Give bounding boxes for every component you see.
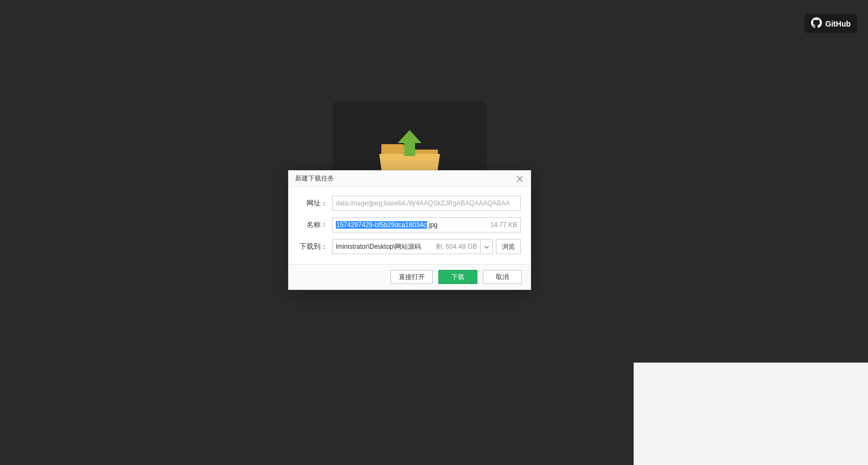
dest-dropdown-button[interactable] [481,239,493,254]
dest-free: 剩: 604.48 GB [436,242,477,251]
download-label: 下载 [451,273,464,282]
dialog-body: 网址： data:image/jpeg;base64,/9j/4AAQSkZJR… [289,187,531,264]
dialog-header: 新建下载任务 [289,171,531,187]
name-label: 名称： [298,220,328,230]
open-direct-button[interactable]: 直接打开 [391,270,433,284]
browse-label: 浏览 [502,242,515,251]
name-value: 1574297429-bf5b29dca18034c.jpg [336,221,487,229]
cancel-label: 取消 [496,273,509,282]
dialog-footer: 直接打开 下载 取消 [289,264,531,289]
name-field[interactable]: 1574297429-bf5b29dca18034c.jpg 14.77 KB [332,217,521,232]
chevron-down-icon [484,243,489,251]
url-value: data:image/jpeg;base64,/9j/4AAQSkZJRgABA… [336,199,510,207]
download-dialog: 新建下载任务 网址： data:image/jpeg;base64,/9j/4A… [288,170,531,290]
dest-label: 下载到： [298,242,328,251]
row-name: 名称： 1574297429-bf5b29dca18034c.jpg 14.77… [298,217,521,232]
name-selected: 1574297429-bf5b29dca18034c [336,221,427,229]
url-field[interactable]: data:image/jpeg;base64,/9j/4AAQSkZJRgABA… [332,196,521,211]
github-icon [811,17,822,30]
dest-path: lministrator\Desktop\网站源码 [336,242,432,251]
url-label: 网址： [298,198,328,208]
github-label: GitHub [825,20,851,28]
file-size: 14.77 KB [490,221,517,229]
dest-field[interactable]: lministrator\Desktop\网站源码 剩: 604.48 GB [332,239,481,254]
browse-button[interactable]: 浏览 [496,239,521,254]
row-dest: 下载到： lministrator\Desktop\网站源码 剩: 604.48… [298,239,521,254]
name-ext: .jpg [427,221,437,229]
open-direct-label: 直接打开 [399,273,425,282]
close-icon[interactable] [515,175,524,183]
cancel-button[interactable]: 取消 [483,270,522,284]
row-url: 网址： data:image/jpeg;base64,/9j/4AAQSkZJR… [298,196,521,211]
download-button[interactable]: 下载 [438,270,477,284]
bottom-right-panel [634,363,868,465]
github-badge[interactable]: GitHub [805,14,857,33]
dialog-title: 新建下载任务 [295,174,334,183]
